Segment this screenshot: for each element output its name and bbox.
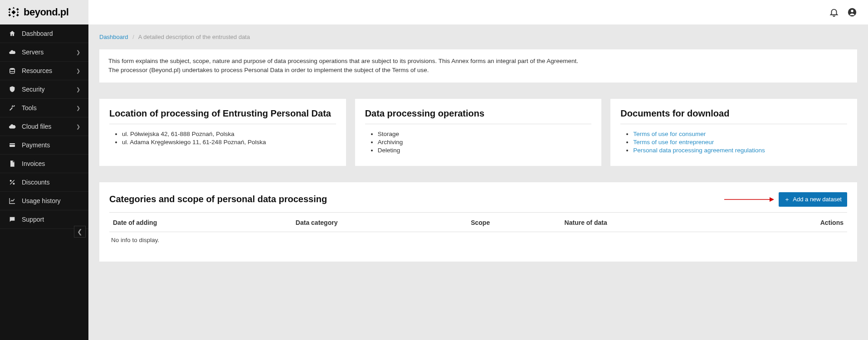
- cloud-icon: [8, 48, 16, 56]
- tools-icon: [8, 104, 16, 112]
- sidebar-item-label: Invoices: [22, 160, 45, 167]
- card-location: Location of processing of Entrusting Per…: [99, 99, 346, 166]
- card-list: Terms of use for consumer Terms of use f…: [620, 131, 847, 154]
- svg-point-0: [10, 68, 15, 70]
- card-title: Data processing operations: [365, 108, 592, 119]
- brand-logo-icon: [7, 6, 20, 19]
- card-documents: Documents for download Terms of use for …: [610, 99, 857, 166]
- card-divider: [620, 124, 847, 124]
- svg-marker-8: [770, 197, 774, 202]
- chevron-left-icon: ❮: [77, 228, 83, 235]
- chart-icon: [8, 197, 16, 205]
- sidebar-item-security[interactable]: Security ❯: [0, 80, 88, 99]
- card-title: Documents for download: [620, 108, 847, 119]
- list-item: Terms of use for entrepreneur: [633, 139, 847, 146]
- sidebar-item-dashboard[interactable]: Dashboard: [0, 24, 88, 43]
- sidebar-item-label: Dashboard: [22, 30, 53, 37]
- sidebar-item-label: Discounts: [22, 179, 49, 186]
- svg-rect-1: [10, 143, 15, 147]
- arrow-right-icon: [724, 196, 774, 203]
- list-item: Archiving: [378, 139, 592, 146]
- categories-panel: Categories and scope of personal data pr…: [99, 182, 857, 262]
- list-item: Personal data processing agreement regul…: [633, 147, 847, 154]
- sidebar-item-usage-history[interactable]: Usage history: [0, 192, 88, 210]
- plus-icon: ＋: [784, 195, 790, 204]
- list-item: Storage: [378, 131, 592, 137]
- categories-table: Date of adding Data category Scope Natur…: [109, 213, 847, 232]
- col-scope: Scope: [467, 213, 561, 232]
- account-button[interactable]: [847, 7, 857, 17]
- card-divider: [109, 124, 336, 124]
- doc-link[interactable]: Terms of use for entrepreneur: [633, 139, 714, 146]
- svg-point-4: [13, 183, 15, 185]
- sidebar-item-label: Cloud files: [22, 123, 51, 130]
- intro-panel: This form explains the subject, scope, n…: [99, 49, 857, 83]
- percent-icon: [8, 178, 16, 186]
- cards-row: Location of processing of Entrusting Per…: [99, 99, 857, 166]
- chevron-right-icon: ❯: [76, 68, 80, 74]
- sidebar-collapse-button[interactable]: ❮: [74, 226, 86, 238]
- doc-link[interactable]: Personal data processing agreement regul…: [633, 147, 765, 154]
- chevron-right-icon: ❯: [76, 49, 80, 55]
- sidebar-item-invoices[interactable]: Invoices: [0, 155, 88, 173]
- brand-logo[interactable]: beyond.pl: [0, 0, 88, 24]
- shield-icon: [8, 85, 16, 93]
- cloud-download-icon: [8, 122, 16, 131]
- card-list: ul. Półwiejska 42, 61-888 Poznań, Polska…: [109, 131, 336, 146]
- annotation-arrow: [327, 196, 774, 203]
- chevron-right-icon: ❯: [76, 124, 80, 130]
- col-nature: Nature of data: [561, 213, 739, 232]
- card-divider: [365, 124, 592, 124]
- col-actions: Actions: [738, 213, 847, 232]
- doc-link[interactable]: Terms of use for consumer: [633, 131, 706, 137]
- sidebar-item-label: Usage history: [22, 197, 61, 204]
- bell-icon: [829, 7, 839, 17]
- user-circle-icon: [847, 7, 857, 17]
- sidebar-item-label: Resources: [22, 67, 52, 74]
- sidebar-item-label: Tools: [22, 104, 37, 112]
- col-category: Data category: [292, 213, 467, 232]
- sidebar-item-label: Support: [22, 216, 44, 223]
- card-title: Location of processing of Entrusting Per…: [109, 108, 336, 119]
- breadcrumb-root[interactable]: Dashboard: [99, 34, 128, 40]
- sidebar-nav: Dashboard Servers ❯ Resources ❯ Security…: [0, 24, 88, 340]
- intro-line-2: The processor (Beyond.pl) undertakes to …: [108, 66, 848, 75]
- sidebar-item-resources[interactable]: Resources ❯: [0, 62, 88, 80]
- add-dataset-button[interactable]: ＋ Add a new dataset: [779, 192, 847, 207]
- list-item: Terms of use for consumer: [633, 131, 847, 137]
- main: Dashboard / A detailed description of th…: [88, 0, 868, 340]
- database-icon: [8, 67, 16, 75]
- add-button-label: Add a new dataset: [793, 196, 842, 203]
- content: Dashboard / A detailed description of th…: [88, 24, 868, 271]
- sidebar-item-tools[interactable]: Tools ❯: [0, 99, 88, 117]
- card-operations: Data processing operations Storage Archi…: [355, 99, 602, 166]
- brand-name: beyond.pl: [24, 6, 68, 18]
- chevron-right-icon: ❯: [76, 87, 80, 92]
- topbar: [88, 0, 868, 24]
- sidebar-item-payments[interactable]: Payments: [0, 136, 88, 155]
- list-item: Deleting: [378, 147, 592, 154]
- card-list: Storage Archiving Deleting: [365, 131, 592, 154]
- sidebar-item-label: Payments: [22, 141, 50, 149]
- categories-title: Categories and scope of personal data pr…: [109, 194, 327, 204]
- col-date: Date of adding: [109, 213, 292, 232]
- empty-state: No info to display.: [109, 232, 847, 248]
- credit-card-icon: [8, 141, 16, 149]
- home-icon: [8, 29, 16, 38]
- svg-rect-2: [10, 144, 15, 145]
- sidebar-item-servers[interactable]: Servers ❯: [0, 43, 88, 62]
- sidebar-item-discounts[interactable]: Discounts: [0, 173, 88, 192]
- chat-icon: [8, 215, 16, 223]
- notifications-button[interactable]: [829, 7, 839, 17]
- intro-line-1: This form explains the subject, scope, n…: [108, 57, 848, 66]
- file-icon: [8, 160, 16, 168]
- svg-point-6: [851, 10, 853, 13]
- sidebar-item-label: Security: [22, 86, 45, 93]
- sidebar-item-label: Servers: [22, 49, 44, 56]
- sidebar-item-cloud-files[interactable]: Cloud files ❯: [0, 117, 88, 136]
- categories-header: Categories and scope of personal data pr…: [109, 192, 847, 207]
- svg-point-3: [10, 180, 12, 182]
- chevron-right-icon: ❯: [76, 105, 80, 111]
- breadcrumb-separator: /: [132, 34, 134, 40]
- breadcrumb: Dashboard / A detailed description of th…: [99, 34, 857, 40]
